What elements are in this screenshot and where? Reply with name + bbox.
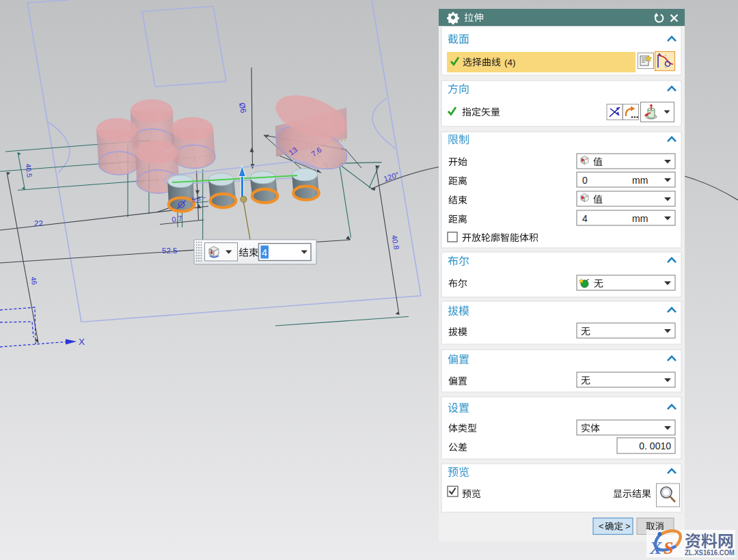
svg-text:mm: mm	[632, 213, 648, 224]
svg-text:4: 4	[262, 247, 267, 258]
svg-text:mm: mm	[632, 175, 648, 186]
svg-text:0: 0	[582, 175, 588, 186]
svg-text:22: 22	[34, 219, 43, 227]
svg-text:<: <	[599, 521, 604, 531]
svg-text:X: X	[649, 538, 662, 558]
svg-text:0.7: 0.7	[172, 214, 183, 223]
svg-text:>: >	[625, 521, 631, 531]
svg-text:X: X	[79, 337, 85, 347]
svg-text:4: 4	[582, 213, 588, 224]
svg-text:0. 0010: 0. 0010	[639, 440, 671, 451]
svg-text:S: S	[664, 538, 673, 558]
svg-text:46: 46	[29, 276, 39, 285]
svg-text:52.5: 52.5	[162, 247, 177, 255]
svg-text:40.5: 40.5	[25, 163, 34, 178]
svg-text:ZL.XS1616.COM: ZL.XS1616.COM	[685, 549, 735, 557]
svg-text:(4): (4)	[504, 57, 516, 68]
